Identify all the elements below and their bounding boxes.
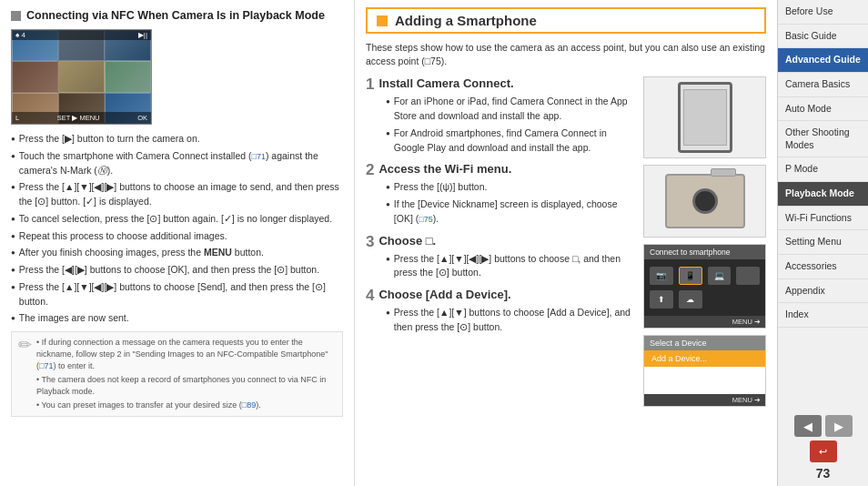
right-section-subtitle: These steps show how to use the camera a… (366, 41, 766, 67)
device-select-list: Select a Device Add a Device... MENU ➔ (643, 335, 766, 407)
camera-top-bar (711, 168, 736, 177)
tablet-image (643, 76, 766, 158)
menu-icon-empty[interactable] (736, 267, 760, 285)
prev-page-button[interactable]: ◀ (794, 415, 822, 437)
menu-icon-phone[interactable]: 📱 (679, 267, 702, 285)
menu-icon-computer[interactable]: 💻 (708, 267, 732, 285)
step-2-bullet: If the [Device Nickname] screen is displ… (386, 197, 631, 227)
step-3: 3 Choose □. Press the [▲][▼][◀][▶] butto… (366, 234, 631, 281)
sidebar-item-auto-mode[interactable]: Auto Mode (778, 97, 868, 122)
menu-icon-upload[interactable]: ⬆ (650, 290, 673, 309)
device-add-item[interactable]: Add a Device... (644, 350, 765, 367)
camera-top-overlay: ♠ 4 ▶|| (12, 30, 151, 40)
bullet-item: Press the [▶] button to turn the camera … (11, 132, 343, 147)
bullet-item: To cancel selection, press the [⊙] butto… (11, 212, 343, 227)
sidebar-item-playback-mode[interactable]: Playback Mode (778, 182, 868, 207)
tablet-screen (683, 89, 727, 146)
menu-icon-empty3 (736, 290, 760, 309)
right-section-title: Adding a Smartphone (395, 13, 537, 28)
sidebar-item-other-shooting[interactable]: Other Shooting Modes (778, 121, 868, 157)
menu-icon-empty2 (708, 290, 732, 309)
left-section-title: Connecting via NFC When Camera Is in Pla… (11, 9, 343, 22)
bullet-item: After you finish choosing images, press … (11, 246, 343, 260)
step-4-title: Choose [Add a Device]. (378, 288, 510, 302)
page-number: 73 (782, 466, 864, 481)
title-icon-square (11, 11, 21, 21)
step-4: 4 Choose [Add a Device]. Press the [▲][▼… (366, 288, 631, 335)
camera-playback-image: ♠ 4 ▶|| L SET ▶ MENU OK (11, 29, 152, 125)
camera-lens-shape (692, 188, 718, 214)
sidebar-item-p-mode[interactable]: P Mode (778, 157, 868, 182)
bullet-item: Press the [▲][▼][◀][▶] buttons to choose… (11, 280, 343, 309)
menu-icon-cloud[interactable]: ☁ (679, 290, 702, 309)
step-1-title: Install Camera Connect. (378, 76, 513, 91)
step-2-bullet: Press the [(ψ)] button. (386, 180, 631, 195)
menu-grid: 📷 📱 💻 ⬆ ☁ (644, 259, 765, 316)
sidebar-item-setting-menu[interactable]: Setting Menu (778, 230, 868, 255)
step-3-bullet: Press the [▲][▼][◀][▶] buttons to choose… (386, 252, 631, 281)
menu-icon-camera[interactable]: 📷 (650, 267, 673, 285)
sidebar-item-basic-guide[interactable]: Basic Guide (778, 25, 868, 49)
sidebar-item-appendix[interactable]: Appendix (778, 279, 868, 304)
sidebar-item-advanced-guide[interactable]: Advanced Guide (778, 48, 868, 73)
camera-nfc-image (643, 165, 766, 238)
next-page-button[interactable]: ▶ (825, 415, 853, 437)
note-pencil-icon: ✏ (18, 337, 32, 411)
step-1-number: 1 (366, 76, 374, 92)
notes-text: • If during connection a message on the … (36, 337, 336, 411)
step-1-bullet: For Android smartphones, find Camera Con… (386, 127, 631, 156)
step-4-number: 4 (366, 288, 374, 303)
sidebar-item-accessories[interactable]: Accessories (778, 255, 868, 279)
sidebar-item-wifi[interactable]: Wi-Fi Functions (778, 207, 868, 231)
steps-area: 1 Install Camera Connect. For an iPhone … (366, 76, 631, 407)
bullet-item: Touch the smartphone with Camera Connect… (11, 149, 343, 178)
step-1: 1 Install Camera Connect. For an iPhone … (366, 76, 631, 155)
tablet-shape (678, 82, 732, 153)
return-button[interactable]: ↩ (810, 440, 837, 462)
menu-screenshot: Connect to smartphone 📷 📱 💻 ⬆ ☁ (643, 244, 766, 329)
camera-body-shape (665, 174, 745, 228)
section-icon-square (377, 15, 388, 26)
devices-column: Connect to smartphone 📷 📱 💻 ⬆ ☁ (643, 76, 766, 407)
camera-bottom-overlay: L SET ▶ MENU OK (12, 112, 151, 124)
menu-bottom-bar: MENU ➔ (644, 316, 765, 328)
notes-section: ✏ • If during connection a message on th… (11, 331, 343, 417)
right-section-title-bar: Adding a Smartphone (366, 7, 766, 34)
step-3-number: 3 (366, 234, 374, 249)
menu-title-bar: Connect to smartphone (644, 245, 765, 259)
device-select-menu-bar: MENU ➔ (644, 394, 765, 406)
bullet-item: Press the [▲][▼][◀][▶] buttons to choose… (11, 180, 343, 209)
step-3-title: Choose □. (378, 234, 436, 248)
step-2: 2 Access the Wi-Fi menu. Press the [(ψ)]… (366, 162, 631, 226)
device-select-title: Select a Device (644, 336, 765, 350)
step-4-bullet: Press the [▲][▼] buttons to choose [Add … (386, 306, 631, 335)
sidebar-item-index[interactable]: Index (778, 303, 868, 328)
bullet-item: The images are now sent. (11, 311, 343, 326)
step-1-bullet: For an iPhone or iPad, find Camera Conne… (386, 95, 631, 124)
step-2-number: 2 (366, 162, 374, 177)
device-empty-space (644, 367, 765, 394)
sidebar-item-camera-basics[interactable]: Camera Basics (778, 73, 868, 97)
sidebar-nav: ◀ ▶ ↩ 73 (778, 410, 868, 486)
bullet-item: Press the [◀][▶] buttons to choose [OK],… (11, 263, 343, 278)
bullet-item: Repeat this process to choose additional… (11, 229, 343, 244)
sidebar-item-before-use[interactable]: Before Use (778, 0, 868, 25)
sidebar: Before Use Basic Guide Advanced Guide Ca… (777, 0, 868, 486)
step-2-title: Access the Wi-Fi menu. (378, 162, 511, 177)
left-bullet-list: Press the [▶] button to turn the camera … (11, 132, 343, 326)
